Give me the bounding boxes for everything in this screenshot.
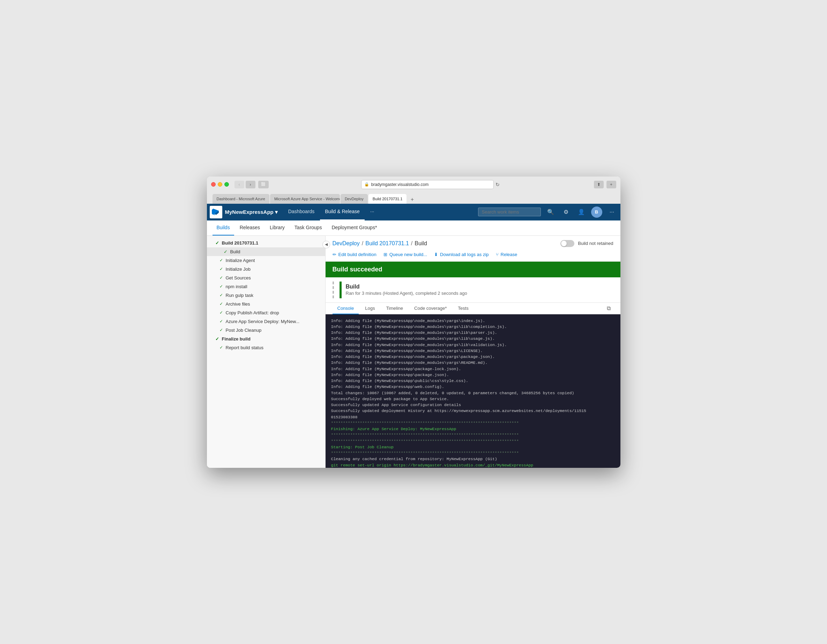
console-line: Finishing: Azure App Service Deploy: MyN… (331, 426, 615, 432)
console-line: Cleaning any cached credential from repo… (331, 456, 615, 462)
nav-link[interactable]: Dashboards (283, 204, 320, 220)
console-line: Info: Adding file (MyNewExpressApp\packa… (331, 366, 615, 372)
sidebar-finalize-build[interactable]: ✓ Finalize build (207, 335, 325, 343)
traffic-lights (211, 182, 229, 187)
search-icon[interactable]: 🔍 (545, 206, 556, 218)
check-icon: ✓ (220, 327, 223, 332)
tab-view-button[interactable]: ⬜ (258, 181, 269, 189)
console-line: git remote set-url origin https://bradym… (331, 462, 615, 468)
top-nav: MyNewExpressApp ▾ DashboardsBuild & Rele… (207, 204, 620, 220)
sidebar-collapse-button[interactable]: ◀ (322, 241, 330, 248)
action-label: Edit build definition (339, 252, 376, 257)
check-icon: ✓ (220, 258, 223, 263)
action-btn-queue-new-build-[interactable]: ⊞Queue new build... (384, 252, 427, 257)
console-tabs: ConsoleLogsTimelineCode coverage*Tests⧉ (326, 303, 620, 314)
breadcrumb-devdeploy[interactable]: DevDeploy (332, 240, 360, 246)
share-button[interactable]: ⬆ (594, 181, 604, 189)
refresh-button[interactable]: ↻ (494, 181, 501, 189)
maximize-button[interactable] (225, 182, 229, 187)
breadcrumb-build-number[interactable]: Build 20170731.1 (365, 240, 409, 246)
sub-nav-link-library[interactable]: Library (265, 220, 289, 235)
console-line: ****************************************… (331, 438, 615, 444)
step-label: Archive files (226, 301, 250, 307)
console-line: Info: Adding file (MyNewExpressApp\web.c… (331, 384, 615, 390)
sub-nav-link-builds[interactable]: Builds (212, 220, 234, 235)
build-label-text: Build (230, 249, 240, 254)
console-tab-console[interactable]: Console (332, 303, 359, 314)
sidebar-step[interactable]: ✓Post Job Cleanup (207, 326, 325, 335)
retain-toggle[interactable] (560, 240, 574, 247)
build-not-retained-label: Build not retained (578, 241, 613, 246)
console-tab-logs[interactable]: Logs (360, 303, 380, 314)
sidebar-step[interactable]: ✓Azure App Service Deploy: MyNew... (207, 317, 325, 326)
step-label: Azure App Service Deploy: MyNew... (226, 319, 300, 324)
sidebar-build-label[interactable]: ✓ Build (207, 247, 325, 256)
content-area: DevDeploy / Build 20170731.1 / Build Bui… (326, 236, 620, 468)
nav-link[interactable]: Build & Release (320, 204, 365, 220)
build-status-indicator (340, 282, 342, 298)
sidebar-step[interactable]: ✓Initialize Job (207, 265, 325, 273)
more-options-icon[interactable]: ··· (607, 206, 618, 218)
console-line: Info: Adding file (MyNewExpressApp\node_… (331, 324, 615, 330)
minimize-button[interactable] (218, 182, 222, 187)
check-icon: ✓ (220, 267, 223, 271)
console-line: Info: Adding file (MyNewExpressApp\node_… (331, 335, 615, 341)
sidebar-step[interactable]: ✓Run gulp task (207, 291, 325, 300)
copy-console-button[interactable]: ⧉ (604, 304, 613, 313)
browser-tab[interactable]: DevDeploy (340, 194, 368, 204)
check-icon: ✓ (220, 319, 223, 324)
browser-tab[interactable]: Microsoft Azure App Service - Welcome (270, 194, 340, 204)
sidebar-step[interactable]: ✓npm install (207, 282, 325, 291)
sidebar-report-build-status[interactable]: ✓ Report build status (207, 343, 325, 352)
console-line: Info: Adding file (MyNewExpressApp\node_… (331, 330, 615, 335)
step-label: Post Job Cleanup (226, 327, 262, 333)
nav-link[interactable]: ··· (365, 204, 379, 220)
new-tab-button[interactable]: + (407, 195, 417, 204)
step-label: Copy Publish Artifact: drop (226, 310, 279, 315)
search-work-items-input[interactable] (478, 207, 541, 216)
console-line: Successfully updated deployment History … (331, 408, 615, 414)
browser-tab[interactable]: Dashboard - Microsoft Azure (212, 194, 269, 204)
sidebar-step[interactable]: ✓Initialize Agent (207, 256, 325, 265)
action-btn-release[interactable]: ⑂Release (496, 252, 518, 257)
console-line: Info: Adding file (MyNewExpressApp\node_… (331, 348, 615, 354)
action-label: Release (501, 252, 518, 257)
sub-nav-link-task-groups[interactable]: Task Groups (290, 220, 326, 235)
action-btn-edit-build-definition[interactable]: ✏Edit build definition (332, 252, 376, 257)
close-button[interactable] (211, 182, 215, 187)
build-title-text: Build 20170731.1 (222, 240, 259, 246)
console-tab-timeline[interactable]: Timeline (381, 303, 408, 314)
sub-nav-link-releases[interactable]: Releases (236, 220, 264, 235)
back-button[interactable]: ‹ (234, 181, 244, 189)
console-tab-code-coverage-[interactable]: Code coverage* (409, 303, 451, 314)
app-name[interactable]: MyNewExpressApp ▾ (225, 209, 278, 215)
sidebar-step[interactable]: ✓Archive files (207, 300, 325, 309)
address-bar[interactable]: 🔒 bradymgaster.visualstudio.com (361, 180, 494, 189)
browser-window: ‹ › ⬜ 🔒 bradymgaster.visualstudio.com ↻ … (207, 176, 620, 468)
breadcrumb-sep-2: / (411, 240, 412, 246)
console-tab-tests[interactable]: Tests (453, 303, 473, 314)
sub-nav-link-deployment-groups*[interactable]: Deployment Groups* (327, 220, 381, 235)
main-layout: ◀ ✓ Build 20170731.1 ✓ Build ✓Initialize… (207, 236, 620, 468)
sidebar-step[interactable]: ✓Copy Publish Artifact: drop (207, 309, 325, 317)
check-icon: ✓ (220, 301, 223, 306)
sidebar-build-title[interactable]: ✓ Build 20170731.1 (207, 239, 325, 247)
finalize-label: Finalize build (222, 336, 251, 341)
user-avatar[interactable]: B (591, 206, 602, 218)
add-bookmark-button[interactable]: + (607, 181, 616, 189)
nav-right: 🔍 ⚙ 👤 B ··· (478, 206, 618, 218)
browser-tab[interactable]: Build 20170731.1 (368, 194, 407, 204)
person-icon[interactable]: 👤 (576, 206, 587, 218)
sidebar-step[interactable]: ✓Get Sources (207, 273, 325, 282)
console-line: Successfully updated App Service configu… (331, 402, 615, 408)
action-icon: ⬇ (434, 252, 438, 257)
gear-icon[interactable]: ⚙ (560, 206, 571, 218)
action-btn-download-all-logs-as-zip[interactable]: ⬇Download all logs as zip (434, 252, 488, 257)
console-output[interactable]: Info: Adding file (MyNewExpressApp\node_… (326, 314, 620, 468)
action-label: Queue new build... (389, 252, 427, 257)
nav-main-links: DashboardsBuild & Release··· (283, 204, 478, 220)
forward-button[interactable]: › (246, 181, 256, 189)
console-line: Info: Adding file (MyNewExpressApp\packa… (331, 372, 615, 378)
action-icon: ⊞ (384, 252, 387, 257)
step-label: npm install (226, 284, 247, 289)
